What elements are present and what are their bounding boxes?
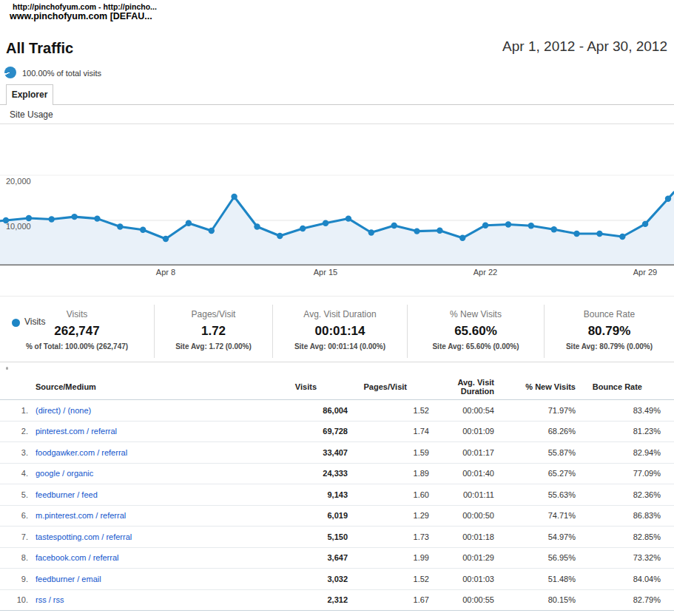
data-point-day-16[interactable] [346,215,351,221]
y-axis-label-20000: 20,000 [6,177,31,186]
table-row: 1.(direct) / (none)86,0041.5200:00:5471.… [0,400,674,422]
visits-cell: 5,150 [222,527,348,548]
data-point-day-6[interactable] [117,223,123,229]
column-header-source-medium[interactable]: Source/Medium [28,373,222,400]
metric-value: 262,747 [0,324,154,339]
data-point-day-18[interactable] [391,223,397,229]
source-medium-cell: facebook.com / referral [28,547,222,569]
data-point-day-7[interactable] [140,227,146,233]
source-medium-cell: (direct) / (none) [28,400,222,422]
data-point-day-24[interactable] [528,223,534,229]
column-header-visits[interactable]: Visits [222,373,348,400]
source-medium-cell: google / organic [28,463,222,484]
source-link[interactable]: m.pinterest.com / referral [36,511,126,520]
data-point-day-11[interactable] [231,194,237,200]
metric-percent-new-visits: % New Visits 65.60% Site Avg: 65.60% (0.… [407,305,544,358]
x-axis-tick-apr-8: Apr 8 [142,268,189,277]
avg-duration-cell: 00:00:50 [429,505,494,527]
source-link[interactable]: (direct) / (none) [36,406,91,415]
source-link[interactable]: feedburner / feed [36,490,98,499]
data-point-day-25[interactable] [551,226,557,232]
metric-label: Pages/Visit [155,309,272,319]
data-point-day-15[interactable] [323,220,328,226]
stray-mark [6,367,8,370]
data-point-day-5[interactable] [94,215,100,221]
source-medium-cell: rss / rss [28,589,222,611]
subtab-site-usage[interactable]: Site Usage [10,109,53,120]
row-rank: 3. [0,442,28,464]
table-header-row: Source/Medium Visits Pages/Visit Avg. Vi… [0,373,674,400]
table-row: 3.foodgawker.com / referral33,4071.5900:… [0,442,674,464]
column-header-pages-visit[interactable]: Pages/Visit [348,373,429,400]
source-medium-cell: m.pinterest.com / referral [28,505,222,527]
data-point-day-2[interactable] [26,215,32,221]
data-point-day-22[interactable] [482,223,488,229]
data-point-day-27[interactable] [596,231,602,237]
pages-visit-cell: 1.74 [348,421,429,442]
data-point-day-26[interactable] [573,231,579,237]
source-link[interactable]: pinterest.com / referral [36,427,117,436]
avg-duration-cell: 00:01:09 [429,421,494,442]
avg-duration-cell: 00:01:18 [429,527,494,548]
source-link[interactable]: tastespotting.com / referral [36,532,132,541]
section-divider [0,296,674,297]
avg-duration-cell: 00:01:17 [429,442,494,464]
metric-subtext: Site Avg: 00:01:14 (0.00%) [273,342,407,351]
column-header-bounce-rate[interactable]: Bounce Rate [576,373,674,400]
data-point-day-23[interactable] [505,221,511,227]
pages-visit-cell: 1.60 [348,484,429,506]
data-point-day-20[interactable] [437,228,442,234]
source-medium-cell: feedburner / feed [28,484,222,506]
pages-visit-cell: 1.99 [348,547,429,569]
date-range-selector[interactable]: Apr 1, 2012 - Apr 30, 2012 [502,38,667,55]
row-rank: 6. [0,505,28,527]
metric-subtext: % of Total: 100.00% (262,747) [0,342,154,351]
table-row: 2.pinterest.com / referral69,7281.7400:0… [0,421,674,442]
new-visits-cell: 54.97% [494,527,576,548]
source-link[interactable]: google / organic [36,469,93,478]
tab-bar-divider [0,104,674,105]
bounce-rate-cell: 82.36% [576,484,674,506]
metric-label: % New Visits [408,309,544,319]
column-header-new-visits[interactable]: % New Visits [494,373,576,400]
data-point-day-4[interactable] [71,214,77,220]
table-row: 9.feedburner / email3,0321.5200:01:0351.… [0,569,674,590]
bounce-rate-cell: 84.04% [576,569,674,590]
data-point-day-30[interactable] [665,196,671,202]
data-point-day-19[interactable] [414,228,419,234]
source-link[interactable]: foodgawker.com / referral [36,448,127,457]
row-rank: 1. [0,400,28,422]
metric-bounce-rate: Bounce Rate 80.79% Site Avg: 80.79% (0.0… [544,305,674,358]
source-link[interactable]: facebook.com / referral [36,553,119,562]
tab-explorer[interactable]: Explorer [6,84,53,105]
data-point-day-10[interactable] [209,228,215,234]
table-row: 4.google / organic24,3331.8900:01:4065.2… [0,463,674,484]
visits-cell: 2,312 [222,589,348,611]
source-link[interactable]: rss / rss [36,595,64,604]
data-point-day-29[interactable] [642,221,648,227]
table-row: 10.rss / rss2,3121.6700:00:5580.15%82.79… [0,589,674,611]
data-point-day-21[interactable] [459,235,465,241]
data-point-day-8[interactable] [163,236,169,242]
metric-subtext: Site Avg: 1.72 (0.00%) [155,342,272,351]
data-point-day-13[interactable] [277,233,283,239]
data-point-day-12[interactable] [254,223,260,229]
data-point-day-9[interactable] [186,220,192,226]
avg-duration-cell: 00:01:40 [429,463,494,484]
data-point-day-3[interactable] [49,216,55,222]
data-point-day-14[interactable] [300,226,306,231]
source-link[interactable]: feedburner / email [36,575,101,583]
source-medium-cell: foodgawker.com / referral [28,442,222,464]
bounce-rate-cell: 83.49% [576,400,674,422]
data-point-day-28[interactable] [619,234,625,240]
data-point-day-17[interactable] [368,229,374,235]
visits-line-chart[interactable] [0,170,674,266]
pages-visit-cell: 1.29 [348,505,429,527]
table-section-divider [0,362,674,362]
new-visits-cell: 55.87% [494,442,576,464]
metric-visits: Visits 262,747 % of Total: 100.00% (262,… [0,305,154,358]
column-header-avg-visit-duration[interactable]: Avg. Visit Duration [429,373,494,400]
metric-avg-visit-duration: Avg. Visit Duration 00:01:14 Site Avg: 0… [272,305,407,358]
new-visits-cell: 71.97% [494,400,576,422]
metric-label: Bounce Rate [545,309,674,319]
